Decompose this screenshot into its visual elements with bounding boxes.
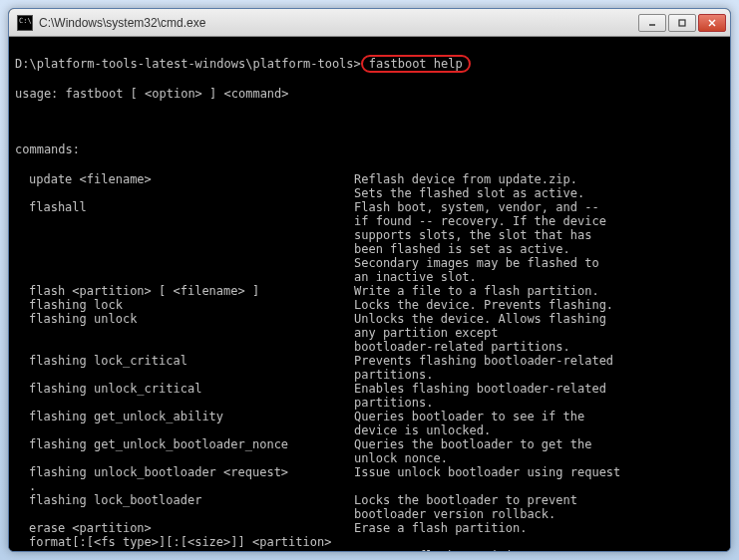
command-name: flashing unlock_bootloader <request>	[15, 465, 354, 479]
command-row: flashallFlash boot, system, vendor, and …	[15, 200, 620, 284]
window-title: C:\Windows\system32\cmd.exe	[39, 16, 638, 30]
command-description	[354, 479, 620, 493]
commands-header: commands:	[15, 142, 724, 156]
svg-rect-1	[679, 20, 685, 26]
command-name: flashing lock_critical	[15, 354, 354, 382]
usage-line: usage: fastboot [ <option> ] <command>	[15, 87, 724, 101]
command-name: flashing unlock	[15, 312, 354, 354]
command-name: erase <partition>	[15, 521, 354, 535]
command-name: flashing get_unlock_bootloader_nonce	[15, 437, 354, 465]
command-row: flashing unlock_bootloader <request>Issu…	[15, 465, 620, 479]
command-row: flashing get_unlock_bootloader_nonceQuer…	[15, 437, 620, 465]
maximize-icon	[677, 18, 687, 28]
command-name: flashing unlock_critical	[15, 382, 354, 410]
command-description: Unlocks the device. Allows flashing any …	[354, 312, 620, 354]
command-row: flashing lock_bootloaderLocks the bootlo…	[15, 493, 620, 521]
command-name: flashing lock	[15, 298, 354, 312]
command-row: flashing get_unlock_abilityQueries bootl…	[15, 410, 620, 437]
command-description: Flash boot, system, vendor, and -- if fo…	[354, 200, 620, 284]
command-description: Format a flash partition. Can override t…	[354, 535, 620, 551]
command-name: format[:[<fs type>][:[<size>]] <partitio…	[15, 535, 354, 551]
close-icon	[707, 18, 717, 28]
command-name: flashall	[15, 200, 354, 284]
command-name: update <filename>	[15, 172, 354, 200]
command-description: Prevents flashing bootloader-related par…	[354, 354, 620, 382]
close-button[interactable]	[698, 14, 726, 32]
command-row: .	[15, 479, 620, 493]
titlebar[interactable]: C:\Windows\system32\cmd.exe	[9, 9, 730, 37]
command-row: flashing unlock_criticalEnables flashing…	[15, 382, 620, 410]
cmd-window: C:\Windows\system32\cmd.exe D:\platform-…	[8, 8, 731, 552]
command-row: flashing lock_criticalPrevents flashing …	[15, 354, 620, 382]
window-controls	[638, 14, 726, 32]
command-description: Locks the bootloader to prevent bootload…	[354, 493, 620, 521]
command-description: Queries bootloader to see if the device …	[354, 410, 620, 437]
command-row: format[:[<fs type>][:[<size>]] <partitio…	[15, 535, 620, 551]
command-description: Reflash device from update.zip. Sets the…	[354, 172, 620, 200]
command-row: erase <partition>Erase a flash partition…	[15, 521, 620, 535]
command-row: flashing unlockUnlocks the device. Allow…	[15, 312, 620, 354]
command-description: Enables flashing bootloader-related part…	[354, 382, 620, 410]
command-description: Queries the bootloader to get the unlock…	[354, 437, 620, 465]
prompt-path: D:\platform-tools-latest-windows\platfor…	[15, 57, 361, 71]
command-description: Erase a flash partition.	[354, 521, 620, 535]
command-description: Issue unlock bootloader using request	[354, 465, 620, 479]
command-name: .	[15, 479, 354, 493]
command-name: flashing lock_bootloader	[15, 493, 354, 521]
maximize-button[interactable]	[668, 14, 696, 32]
command-row: flashing lockLocks the device. Prevents …	[15, 298, 620, 312]
typed-command: fastboot help	[361, 55, 471, 73]
command-name: flashing get_unlock_ability	[15, 410, 354, 437]
command-name: flash <partition> [ <filename> ]	[15, 284, 354, 298]
command-description: Locks the device. Prevents flashing.	[354, 298, 620, 312]
minimize-button[interactable]	[638, 14, 666, 32]
cmd-icon	[17, 15, 33, 31]
minimize-icon	[647, 18, 657, 28]
command-row: flash <partition> [ <filename> ]Write a …	[15, 284, 620, 298]
terminal-output[interactable]: D:\platform-tools-latest-windows\platfor…	[9, 37, 730, 551]
prompt-line: D:\platform-tools-latest-windows\platfor…	[15, 55, 724, 73]
command-description: Write a file to a flash partition.	[354, 284, 620, 298]
command-row: update <filename>Reflash device from upd…	[15, 172, 620, 200]
commands-table: update <filename>Reflash device from upd…	[15, 172, 620, 551]
blank-line	[15, 115, 724, 129]
